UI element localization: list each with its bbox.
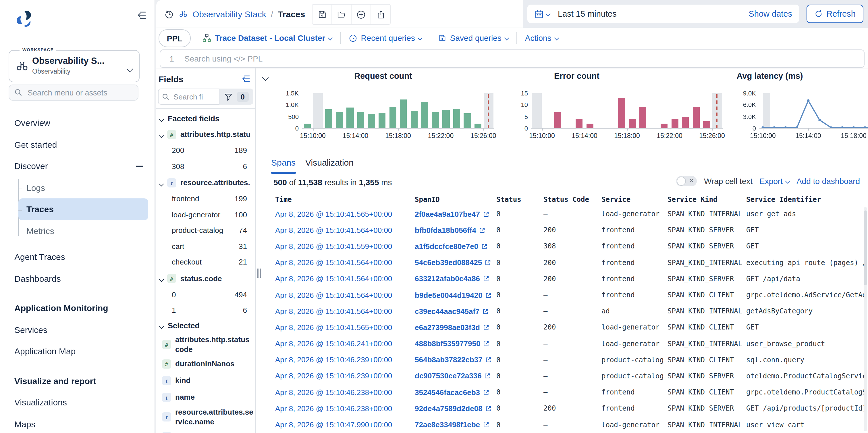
- selected-field-resource-attributes-service-name[interactable]: tresource.attributes.service.name: [156, 406, 255, 428]
- column-header-service-kind[interactable]: Service Kind: [668, 196, 746, 204]
- error-count-plot[interactable]: [531, 93, 723, 129]
- breadcrumb-workspace-link[interactable]: Observability Stack: [192, 9, 266, 19]
- panel-resize-handle[interactable]: [257, 268, 261, 278]
- query-input[interactable]: [183, 54, 864, 64]
- collapse-minus-icon[interactable]: [136, 166, 143, 167]
- date-range-picker[interactable]: Last 15 minutes Show dates: [527, 5, 799, 23]
- actions-menu[interactable]: Actions: [525, 33, 558, 42]
- history-icon[interactable]: [164, 9, 174, 19]
- facet-value-row[interactable]: cart31: [156, 238, 255, 254]
- facet-value-row[interactable]: load-generator100: [156, 207, 255, 223]
- recent-queries-menu[interactable]: Recent queries: [349, 33, 422, 42]
- facet-value-row[interactable]: 0494: [156, 287, 255, 302]
- fields-search-input[interactable]: [172, 92, 207, 102]
- show-dates-link[interactable]: Show dates: [748, 9, 792, 19]
- saved-queries-menu[interactable]: Saved queries: [439, 33, 508, 42]
- tab-visualization[interactable]: Visualization: [305, 157, 353, 174]
- sidebar-search[interactable]: [9, 85, 138, 100]
- span-id-link[interactable]: 633212afab0c4a86: [415, 275, 496, 283]
- facet-value-row[interactable]: 3086: [156, 158, 255, 174]
- span-time-link[interactable]: Apr 8, 2026 @ 15:10:41.564+00:00: [275, 307, 415, 315]
- external-link-icon[interactable]: [486, 405, 492, 412]
- avg-latency-ms-plot[interactable]: [760, 93, 868, 129]
- facet-value-row[interactable]: frontend199: [156, 191, 255, 207]
- wrap-text-toggle[interactable]: ✕: [676, 176, 697, 186]
- sidebar-item-services[interactable]: Services: [0, 319, 155, 340]
- sidebar-item-agent-traces[interactable]: Agent Traces: [0, 246, 155, 268]
- workspace-selector[interactable]: WORKSPACE Observability S... Observabili…: [9, 50, 140, 82]
- span-id-link[interactable]: a1f5dccfce80e7e0: [415, 242, 496, 251]
- field-attributes-http-statu[interactable]: #attributes.http.statu: [156, 126, 255, 143]
- share-icon[interactable]: [371, 5, 390, 24]
- external-link-icon[interactable]: [483, 422, 489, 428]
- folder-icon[interactable]: [332, 5, 351, 24]
- column-header-time[interactable]: Time: [275, 196, 415, 204]
- sidebar-item-application-map[interactable]: Application Map: [0, 340, 155, 362]
- external-link-icon[interactable]: [483, 340, 490, 347]
- selected-field-spanId[interactable]: tspanId: [156, 428, 255, 433]
- sidebar-search-input[interactable]: [26, 88, 126, 97]
- span-time-link[interactable]: Apr 8, 2026 @ 15:10:41.564+00:00: [275, 258, 415, 267]
- dataset-selector[interactable]: Trace Dataset - Local Cluster: [202, 33, 332, 42]
- fields-filter-button[interactable]: 0: [219, 89, 253, 105]
- span-id-link[interactable]: c39ec44aac945af7: [415, 307, 496, 315]
- column-header-status-code[interactable]: Status Code: [544, 196, 601, 204]
- query-language-button[interactable]: PPL: [159, 29, 191, 47]
- span-time-link[interactable]: Apr 8, 2026 @ 15:10:41.564+00:00: [275, 291, 415, 299]
- refresh-button[interactable]: Refresh: [807, 5, 863, 23]
- field-status-code[interactable]: #status.code: [156, 270, 255, 287]
- external-link-icon[interactable]: [483, 211, 489, 217]
- span-time-link[interactable]: Apr 8, 2026 @ 15:10:41.559+00:00: [275, 242, 415, 251]
- request-count-plot[interactable]: [302, 93, 494, 129]
- sidebar-item-discover[interactable]: Discover: [0, 155, 155, 177]
- span-id-link[interactable]: 54c6eb39ed088425: [415, 258, 496, 267]
- selected-field-name[interactable]: tname: [156, 389, 255, 406]
- span-time-link[interactable]: Apr 8, 2026 @ 15:10:41.565+00:00: [275, 323, 415, 332]
- span-time-link[interactable]: Apr 8, 2026 @ 15:10:46.238+00:00: [275, 404, 415, 413]
- span-id-link[interactable]: 2f0ae4a9a107be47: [415, 210, 496, 218]
- span-id-link[interactable]: 564b8ab37822cb37: [415, 356, 496, 364]
- fields-search[interactable]: [158, 89, 219, 105]
- external-link-icon[interactable]: [485, 259, 491, 266]
- facet-value-row[interactable]: checkout21: [156, 254, 255, 270]
- charts-collapse-icon[interactable]: [263, 72, 268, 82]
- sidebar-item-get-started[interactable]: Get started: [0, 134, 155, 155]
- span-id-link[interactable]: e6a273998ae03f3d: [415, 323, 496, 332]
- span-time-link[interactable]: Apr 8, 2026 @ 15:10:47.990+00:00: [275, 420, 415, 429]
- calendar-icon[interactable]: [534, 9, 550, 19]
- selected-fields-section[interactable]: Selected: [156, 318, 255, 333]
- span-id-link[interactable]: 72ae8e33498f1ebe: [415, 420, 496, 429]
- sidebar-item-maps[interactable]: Maps: [0, 413, 155, 433]
- tab-spans[interactable]: Spans: [271, 157, 296, 174]
- column-header-status[interactable]: Status: [496, 196, 544, 204]
- selected-field-durationInNanos[interactable]: #durationInNanos: [156, 356, 255, 372]
- export-menu[interactable]: Export: [760, 176, 789, 186]
- span-time-link[interactable]: Apr 8, 2026 @ 15:10:41.565+00:00: [275, 210, 415, 218]
- sidebar-item-traces[interactable]: Traces: [19, 198, 148, 220]
- save-icon[interactable]: [312, 5, 332, 24]
- scrollbar[interactable]: [864, 207, 867, 431]
- column-header-service[interactable]: Service: [601, 196, 668, 204]
- span-id-link[interactable]: dc907530ce72a336: [415, 372, 496, 380]
- sidebar-item-metrics[interactable]: Metrics: [19, 220, 155, 241]
- add-to-dashboard-link[interactable]: Add to dashboard: [797, 176, 860, 186]
- fields-collapse-icon[interactable]: [241, 75, 250, 83]
- column-header-spanid[interactable]: SpanID: [415, 196, 496, 204]
- span-id-link[interactable]: b9de5e0044d19420: [415, 291, 496, 299]
- external-link-icon[interactable]: [483, 308, 489, 314]
- sidebar-item-overview[interactable]: Overview: [0, 112, 155, 134]
- facet-value-row[interactable]: 16: [156, 302, 255, 318]
- field-resource-attributes-[interactable]: tresource.attributes.: [156, 174, 255, 191]
- facet-value-row[interactable]: product-catalog74: [156, 223, 255, 238]
- external-link-icon[interactable]: [485, 373, 491, 379]
- faceted-fields-section[interactable]: Faceted fields: [156, 111, 255, 126]
- selected-field-kind[interactable]: tkind: [156, 372, 255, 389]
- external-link-icon[interactable]: [486, 357, 492, 363]
- span-time-link[interactable]: Apr 8, 2026 @ 15:10:46.239+00:00: [275, 356, 415, 364]
- span-time-link[interactable]: Apr 8, 2026 @ 15:10:46.241+00:00: [275, 339, 415, 348]
- span-time-link[interactable]: Apr 8, 2026 @ 15:10:41.564+00:00: [275, 275, 415, 283]
- span-id-link[interactable]: 488b8bf535977950: [415, 339, 496, 348]
- selected-field-attributes-http-status-code[interactable]: #attributes.http.status_code: [156, 333, 255, 356]
- span-id-link[interactable]: 3524546facac6eb3: [415, 388, 496, 397]
- span-id-link[interactable]: 92de4a7589d2de08: [415, 404, 496, 413]
